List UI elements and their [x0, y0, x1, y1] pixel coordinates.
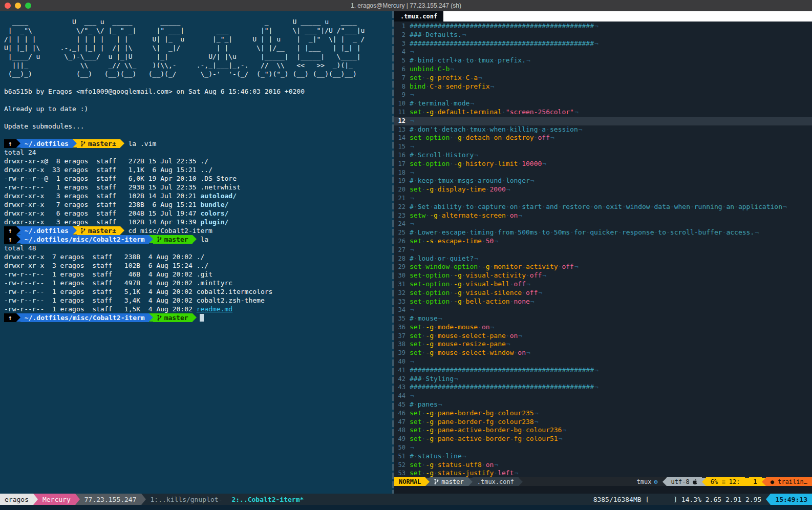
vim-line[interactable]: 36set·-g·mode-mouse·on¬	[394, 323, 812, 332]
powerline-separator	[75, 494, 80, 505]
line-number: 20	[394, 185, 410, 194]
terminal-text: ./	[197, 253, 205, 261]
minimize-button[interactable]	[15, 3, 21, 9]
vim-line[interactable]: 53set·-g·status-justify·left¬	[394, 469, 812, 477]
line-number: 21	[394, 194, 410, 203]
space-dot: ·	[506, 125, 510, 133]
vim-line[interactable]: 27¬	[394, 246, 812, 254]
line-number: 12	[394, 117, 410, 125]
powerline-separator	[120, 226, 124, 235]
vim-line[interactable]: 41######################################…	[394, 366, 812, 375]
vim-line[interactable]: 35#·mouse¬	[394, 314, 812, 323]
vim-line[interactable]: 28#·loud·or·quiet?¬	[394, 254, 812, 263]
vim-line[interactable]: 52set·-g·status-utf8·on¬	[394, 461, 812, 470]
vim-line[interactable]: 29set-window-option·-g·monitor-activity·…	[394, 263, 812, 271]
space-dot: ·	[550, 228, 554, 236]
vim-line[interactable]: 33set-option·-g·bell-action·none¬	[394, 298, 812, 306]
shell-command: la .vim	[124, 139, 157, 148]
space-dot: ·	[421, 31, 425, 38]
space-dot: ·	[542, 203, 546, 210]
vim-line[interactable]: 13#·don't·detach·tmux·when·killing·a·ses…	[394, 125, 812, 134]
vim-line[interactable]: 23setw·-g·alternate-screen·on¬	[394, 211, 812, 220]
vim-line[interactable]: 16#·Scroll·History¬	[394, 151, 812, 160]
space-dot: ·	[506, 203, 510, 210]
vim-line[interactable]: 4¬	[394, 48, 812, 56]
prompt-branch-segment: master	[153, 313, 193, 322]
space-dot: ·	[425, 211, 430, 219]
vim-line[interactable]: 40¬	[394, 357, 812, 366]
vim-line[interactable]: 12¬	[394, 117, 812, 125]
vim-line[interactable]: 45#·panes¬	[394, 400, 812, 409]
vim-line[interactable]: 42###·Styling¬	[394, 375, 812, 384]
vim-line[interactable]: 49set·-g·pane-active-border-fg·colour51¬	[394, 435, 812, 443]
powerline-separator	[468, 478, 473, 486]
line-number: 28	[394, 254, 410, 263]
vim-line[interactable]: 7set·-g·prefix·C-a¬	[394, 74, 812, 82]
eol-marker: ¬	[450, 65, 454, 73]
vim-line[interactable]: 2###·Defaults.¬	[394, 31, 812, 39]
zoom-button[interactable]	[25, 3, 31, 9]
vim-line[interactable]: 19#·keep·tmux·msgs·around·longer¬	[394, 177, 812, 185]
tmux-window-2-active[interactable]: 2:..Cobalt2-iterm*	[227, 494, 308, 505]
vim-line[interactable]: 22#·Set·ability·to·capture·on·start·and·…	[394, 203, 812, 211]
terminal-line	[4, 96, 392, 104]
vim-line[interactable]: 21¬	[394, 194, 812, 203]
vim-line[interactable]: 38set·-g·mouse-resize-pane¬	[394, 340, 812, 349]
vim-line[interactable]: 8bind·C-a·send-prefix¬	[394, 82, 812, 91]
vim-line[interactable]: 51#·status·line¬	[394, 452, 812, 461]
eol-marker: ¬	[410, 48, 414, 55]
vim-line[interactable]: 5#·bind·ctrl+a·to·tmux·prefix.¬	[394, 56, 812, 65]
space-dot: ·	[414, 177, 418, 184]
line-number: 5	[394, 56, 410, 65]
terminal-line	[4, 131, 392, 139]
space-dot: ·	[502, 177, 506, 184]
terminal-text: bundle/	[201, 201, 229, 208]
vim-line[interactable]: 48set·-g·pane-active-border-bg·colour236…	[394, 426, 812, 435]
terminal-window: 1. eragos@Mercury | 77.23.155.247 (sh) _…	[0, 0, 812, 510]
space-dot: ·	[494, 469, 498, 477]
close-button[interactable]	[5, 3, 11, 9]
shell-pane[interactable]: ____ U ___ u _____ _____ _ U _____ u ___…	[0, 11, 392, 494]
eol-marker: ¬	[454, 375, 458, 383]
vim-line[interactable]: 17set-option·-g·history-limit·10000¬	[394, 160, 812, 168]
vim-line[interactable]: 31set-option·-g·visual-bell·off¬	[394, 280, 812, 289]
vim-line[interactable]: 26set·-s·escape-time·50¬	[394, 237, 812, 246]
space-dot: ·	[414, 452, 418, 460]
vim-line[interactable]: 3#######################################…	[394, 39, 812, 48]
vim-line[interactable]: 44¬	[394, 392, 812, 400]
vim-line[interactable]: 50¬	[394, 443, 812, 452]
vim-line[interactable]: 15¬	[394, 142, 812, 151]
line-number: 22	[394, 203, 410, 211]
vim-line[interactable]: 10#·terminal·mode¬	[394, 99, 812, 108]
vim-tab-label[interactable]: .tmux.conf	[394, 11, 443, 22]
vim-line[interactable]: 24¬	[394, 220, 812, 228]
vim-line[interactable]: 30set-option·-g·visual-activity·off¬	[394, 271, 812, 280]
vim-line[interactable]: 25#·Lower·escape·timing·from·500ms·to·50…	[394, 228, 812, 237]
vim-line[interactable]: 20set·-g·display-time·2000¬	[394, 185, 812, 194]
vim-line[interactable]: 6unbind·C-b¬	[394, 65, 812, 74]
space-dot: ·	[522, 435, 526, 442]
space-dot: ·	[490, 263, 494, 270]
powerline-separator	[149, 235, 153, 243]
readme-md-link[interactable]: readme.md	[197, 305, 232, 313]
vim-line[interactable]: 43######################################…	[394, 383, 812, 392]
terminal-line: -rw-r--r-- 1 eragos staff 5,1K 4 Aug 20:…	[4, 287, 392, 296]
vim-line[interactable]: 18¬	[394, 168, 812, 177]
vim-line[interactable]: 34¬	[394, 306, 812, 314]
vim-pane[interactable]: .tmux.conf 1############################…	[394, 11, 812, 494]
vim-line[interactable]: 47set·-g·pane-border-fg·colour238¬	[394, 418, 812, 427]
vim-line[interactable]: 32set-option·-g·visual-silence·off¬	[394, 289, 812, 298]
space-dot: ·	[421, 237, 425, 245]
vim-line[interactable]: 14set-option·-g·detach-on-destroy·off¬	[394, 134, 812, 142]
vim-line[interactable]: 46set·-g·pane-border-bg·colour235¬	[394, 409, 812, 418]
whitespace-warning-segment: ● trailin…	[766, 477, 812, 486]
vim-line[interactable]: 9¬	[394, 91, 812, 99]
space-dot: ·	[434, 56, 438, 64]
vim-line[interactable]: 1#######################################…	[394, 22, 812, 31]
vim-line[interactable]: 11set·-g·default-terminal·"screen-256col…	[394, 108, 812, 117]
vim-line[interactable]: 39set·-g·mouse-select-window·on¬	[394, 349, 812, 357]
eol-marker: ¬	[550, 134, 554, 141]
space-dot: ·	[450, 271, 454, 279]
vim-line[interactable]: 37set·-g·mouse-select-pane·on¬	[394, 332, 812, 341]
tmux-window-1[interactable]: 1:..kills/gnuplot-	[146, 494, 227, 505]
